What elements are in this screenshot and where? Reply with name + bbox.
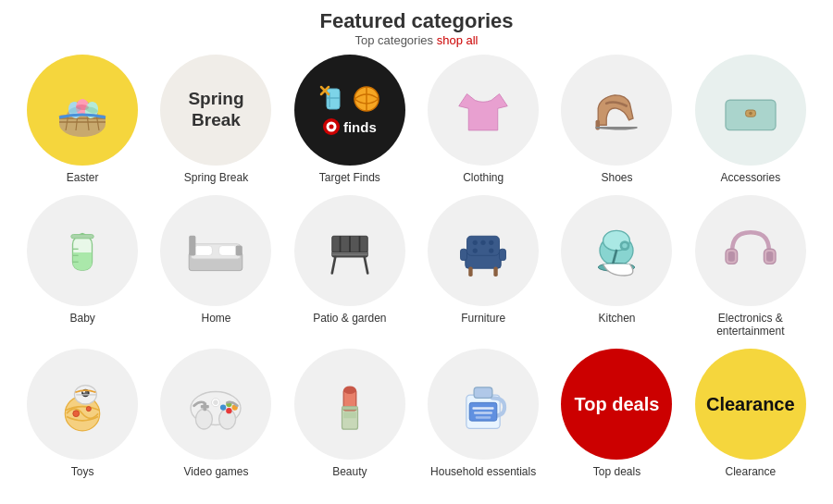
category-item-electronics[interactable]: Electronics & entertainment [687, 195, 814, 338]
category-item-shoes[interactable]: Shoes [553, 55, 680, 184]
svg-rect-14 [327, 89, 340, 109]
svg-point-91 [343, 386, 356, 394]
target-bullseye-icon [323, 118, 340, 135]
svg-rect-92 [342, 407, 357, 410]
home-label: Home [201, 312, 230, 325]
svg-rect-98 [474, 412, 492, 413]
clearance-label: Clearance [725, 465, 776, 478]
clearance-circle: Clearance [695, 349, 806, 460]
svg-point-79 [196, 409, 213, 429]
clothing-tshirt-icon [451, 78, 516, 142]
basketball-icon [353, 85, 380, 113]
category-item-target-finds[interactable]: finds Target Finds [286, 55, 414, 184]
category-item-baby[interactable]: Baby [19, 195, 146, 338]
toys-circle [27, 349, 138, 460]
svg-point-84 [220, 404, 226, 410]
category-item-patio[interactable]: Patio & garden [286, 195, 414, 338]
finds-text: finds [343, 119, 377, 135]
top-deals-circle: Top deals [561, 349, 672, 460]
svg-rect-95 [474, 387, 492, 399]
bowling-icon [319, 85, 347, 113]
page-container: Featured categories Top categories shop … [0, 0, 833, 497]
category-item-home[interactable]: Home [152, 195, 280, 338]
target-finds-label: Target Finds [319, 171, 380, 184]
svg-point-24 [329, 125, 333, 129]
shoes-circle [561, 55, 672, 166]
home-circle [160, 195, 271, 306]
clothing-label: Clothing [463, 171, 504, 184]
page-subtitle: Top categories shop all [19, 33, 814, 47]
category-item-clearance[interactable]: Clearance Clearance [687, 349, 814, 478]
svg-point-72 [86, 407, 91, 412]
category-item-easter[interactable]: Easter [19, 55, 146, 184]
category-item-furniture[interactable]: Furniture [419, 195, 547, 338]
page-header: Featured categories Top categories shop … [19, 9, 814, 47]
baby-label: Baby [69, 312, 94, 325]
baby-circle [27, 195, 138, 306]
svg-rect-59 [461, 249, 467, 260]
furniture-chair-icon [451, 218, 516, 283]
svg-rect-37 [194, 246, 213, 256]
easter-circle [27, 55, 138, 166]
svg-point-56 [489, 248, 493, 252]
easter-basket-icon [45, 73, 119, 147]
household-detergent-icon [453, 374, 514, 435]
svg-rect-39 [190, 236, 196, 256]
kitchen-mixer-icon [583, 217, 650, 284]
target-finds-icons [319, 85, 380, 113]
svg-point-52 [473, 240, 478, 245]
svg-point-64 [623, 243, 628, 248]
patio-circle [294, 195, 405, 306]
baby-bottle-icon [50, 218, 115, 283]
beauty-lipstick-icon [318, 373, 381, 436]
target-finds-logo: finds [323, 118, 377, 135]
svg-rect-60 [500, 249, 506, 260]
video-games-controller-icon [182, 371, 249, 437]
svg-point-54 [489, 240, 493, 245]
category-item-accessories[interactable]: Accessories [687, 55, 814, 184]
svg-rect-68 [728, 252, 735, 262]
accessories-label: Accessories [720, 171, 780, 184]
kitchen-label: Kitchen [598, 312, 635, 325]
electronics-label: Electronics & entertainment [687, 312, 814, 338]
top-deals-text: Top deals [575, 393, 660, 415]
svg-point-88 [214, 400, 218, 405]
svg-rect-93 [343, 412, 356, 419]
accessories-bag-icon [717, 77, 784, 143]
household-circle [428, 349, 539, 460]
svg-rect-51 [467, 236, 500, 255]
categories-grid: Easter SpringBreak Spring Break [19, 55, 814, 478]
category-item-top-deals[interactable]: Top deals Top deals [553, 349, 680, 478]
clothing-circle [428, 55, 539, 166]
svg-rect-99 [476, 416, 491, 418]
beauty-label: Beauty [332, 465, 367, 478]
top-deals-label: Top deals [593, 465, 640, 478]
spring-break-label: Spring Break [184, 171, 248, 184]
subtitle-text: Top categories [355, 33, 434, 47]
svg-point-53 [481, 240, 486, 245]
category-item-clothing[interactable]: Clothing [419, 55, 547, 184]
video-games-label: Video games [184, 465, 249, 478]
kitchen-circle [561, 195, 672, 306]
category-item-toys[interactable]: Toys [19, 349, 146, 478]
svg-line-46 [332, 257, 336, 274]
svg-rect-57 [468, 267, 472, 277]
svg-rect-82 [204, 402, 207, 411]
category-item-beauty[interactable]: Beauty [286, 349, 414, 478]
spring-break-circle: SpringBreak [160, 55, 271, 166]
easter-label: Easter [67, 171, 99, 184]
category-item-household[interactable]: Household essentials [419, 349, 547, 478]
electronics-headphones-icon [717, 217, 784, 284]
svg-line-47 [365, 257, 368, 274]
shoes-label: Shoes [601, 171, 632, 184]
svg-point-71 [73, 411, 80, 417]
target-finds-content: finds [319, 85, 380, 135]
category-item-video-games[interactable]: Video games [152, 349, 280, 478]
svg-point-55 [473, 248, 478, 252]
shop-all-link[interactable]: shop all [437, 33, 479, 47]
electronics-circle [695, 195, 806, 306]
category-item-kitchen[interactable]: Kitchen [553, 195, 680, 338]
toys-label: Toys [71, 465, 94, 478]
patio-label: Patio & garden [313, 312, 386, 325]
category-item-spring-break[interactable]: SpringBreak Spring Break [152, 55, 280, 184]
